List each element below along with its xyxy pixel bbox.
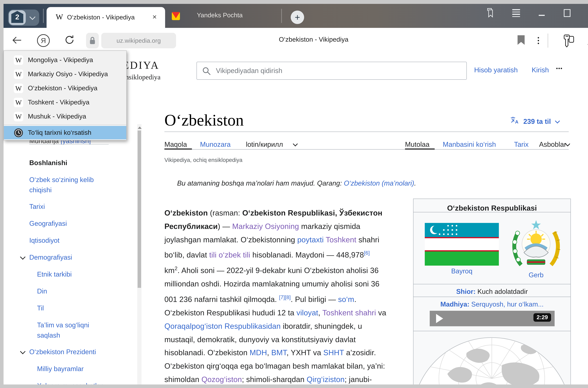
passwords-keys-icon[interactable] <box>561 33 576 49</box>
yandex-search-icon[interactable]: Я <box>37 34 50 47</box>
show-full-history-item[interactable]: To‘liq tarixni ko‘rsatish <box>4 126 126 139</box>
search-input[interactable]: Vikipediyadan qidirish <box>216 67 282 75</box>
toc-item-etnik[interactable]: Etnik tarkibi <box>37 269 72 279</box>
lock-icon <box>89 36 96 45</box>
tab-maqola[interactable]: Maqola <box>164 140 187 148</box>
history-item[interactable]: W O‘zbekiston - Vikipediya <box>4 81 126 95</box>
toc-item-demografiyasi[interactable]: Demografiyasi <box>29 252 72 263</box>
toc-item-tarixi[interactable]: Tarixi <box>29 201 45 212</box>
wikipedia-w-icon: W <box>56 12 63 22</box>
motto-row: Shior: Kuch adolatdadir <box>414 288 570 296</box>
minimize-icon[interactable] <box>539 15 545 16</box>
translate-icon: A <box>510 118 521 126</box>
tab-tarix[interactable]: Tarix <box>514 140 529 148</box>
flag-of-uzbekistan[interactable] <box>425 223 499 267</box>
history-item[interactable]: W Mongoliya - Vikipediya <box>4 53 126 67</box>
sidebar-scroll-thumb <box>138 130 141 288</box>
toc-item-din[interactable]: Din <box>37 286 47 296</box>
toc-item-ozbek-sozi[interactable]: O‘zbek so‘zining kelib chiqishi <box>29 175 110 195</box>
toc-item-prezidenti[interactable]: O‘zbekiston Prezidenti <box>29 347 96 357</box>
tab-title: O‘zbekiston - Vikipediya <box>67 14 151 21</box>
create-account-link[interactable]: Hisob yaratish <box>474 66 518 74</box>
site-subtitle: Vikipediya, ochiq ensiklopediya <box>164 157 243 163</box>
sidebar-scrollbar[interactable] <box>137 124 142 385</box>
dropdown-divider <box>4 124 126 125</box>
emblem-of-uzbekistan[interactable] <box>511 217 562 272</box>
emblem-caption-link[interactable]: Gerb <box>511 271 562 279</box>
active-tab-underline <box>164 148 192 149</box>
tabs-rule <box>164 149 569 149</box>
infobox: O‘zbekiston Respublikasi <box>413 199 571 385</box>
wikipedia-w-icon: W <box>14 98 23 107</box>
tab-munozara[interactable]: Munozara <box>200 140 231 148</box>
tabbar-divider-2 <box>281 9 282 23</box>
toc-item-xalqaro[interactable]: Xalqaro munosabatlar <box>37 381 103 385</box>
flag-caption-link[interactable]: Bayroq <box>425 267 499 275</box>
new-tab-button[interactable]: + <box>291 11 304 24</box>
tab-group-badge[interactable]: 2 <box>8 9 39 26</box>
toc-item-boshlanishi[interactable]: Boshlanishi <box>29 158 67 168</box>
tab-inactive[interactable]: Yandeks Pochta <box>197 12 243 19</box>
history-item[interactable]: W Mushuk - Vikipediya <box>4 109 126 123</box>
toc-item-milliy[interactable]: Milliy bayramlar <box>37 364 84 374</box>
back-button[interactable] <box>12 35 22 47</box>
motto-link[interactable]: Shior: <box>456 288 476 295</box>
site-security-badge[interactable] <box>86 33 99 48</box>
scroll-up-icon <box>138 126 142 129</box>
tabbar-divider <box>43 9 44 23</box>
menu-icon[interactable] <box>512 9 520 17</box>
toc-item-til[interactable]: Til <box>37 303 44 313</box>
wikipedia-w-icon: W <box>14 112 23 121</box>
search-box[interactable]: Vikipediyadan qidirish <box>196 62 467 80</box>
address-bar[interactable]: uz.wikipedia.org <box>101 33 176 48</box>
motto-text: Kuch adolatdadir <box>476 288 528 295</box>
toolbar-page-title: O‘zbekiston - Vikipediya <box>279 36 348 43</box>
search-icon <box>202 66 211 77</box>
anthem-label-link[interactable]: Madhiya: <box>441 300 469 308</box>
tab-mutolaa[interactable]: Mutolaa <box>405 140 429 148</box>
wikipedia-w-icon: W <box>14 70 23 79</box>
toc-item-talim[interactable]: Ta’lim va sog‘liqni saqlash <box>37 320 111 340</box>
reload-button[interactable] <box>64 34 75 47</box>
article-paragraph: O‘zbekiston (rasman: O‘zbekiston Respubl… <box>164 207 416 385</box>
wikipedia-w-icon: W <box>14 55 23 65</box>
audio-duration-badge: 2:29 <box>534 313 551 322</box>
svg-text:A: A <box>515 119 518 124</box>
hatnote: Bu atamaning boshqa ma’nolari ham mavjud… <box>177 179 416 187</box>
page-title: O‘zbekiston <box>164 111 244 129</box>
bookmarks-panel-icon[interactable] <box>486 8 495 19</box>
download-icon[interactable] <box>586 34 588 48</box>
chevron-down-icon <box>555 119 560 123</box>
chevron-down-icon[interactable] <box>29 14 36 20</box>
language-selector[interactable]: A 239 ta til <box>510 115 559 125</box>
wikipedia-w-icon: W <box>14 84 23 93</box>
kebab-menu-icon[interactable] <box>536 36 540 46</box>
toc-divider <box>29 144 109 145</box>
maximize-icon[interactable] <box>564 9 570 17</box>
active-view-underline <box>405 148 435 149</box>
toc-item-geografiyasi[interactable]: Geografiyasi <box>29 218 67 229</box>
history-item[interactable]: W Markaziy Osiyo - Vikipediya <box>4 67 126 81</box>
chevron-down-icon <box>293 142 298 146</box>
back-history-dropdown: W Mongoliya - Vikipediya W Markaziy Osiy… <box>3 50 127 140</box>
location-map-globe[interactable] <box>414 332 570 385</box>
toc-expand-icon[interactable] <box>20 349 25 354</box>
tab-asboblar[interactable]: Asboblar <box>539 140 566 148</box>
toolbar-divider <box>548 33 548 48</box>
login-link[interactable]: Kirish <box>532 66 549 74</box>
toc-item-iqtisodiyot[interactable]: Iqtisodiyot <box>29 235 59 245</box>
clock-icon <box>14 128 23 139</box>
tab-close-icon[interactable]: × <box>152 13 157 21</box>
toc-expand-icon[interactable] <box>20 254 25 260</box>
anthem-title-link[interactable]: Serquyosh, hur o‘lkam... <box>469 300 543 308</box>
tab-variant[interactable]: lotin/кирилл <box>246 140 283 148</box>
more-options-icon[interactable]: ••• <box>556 65 563 71</box>
language-count-label: 239 ta til <box>523 118 551 125</box>
audio-player[interactable]: 2:29 <box>430 311 555 326</box>
tab-manbasini[interactable]: Manbasini ko‘rish <box>443 140 496 148</box>
play-icon[interactable] <box>436 314 443 323</box>
history-item[interactable]: W Toshkent - Vikipediya <box>4 95 126 109</box>
title-rule <box>164 132 569 132</box>
yandex-mail-icon <box>172 12 180 20</box>
tab-active[interactable]: W O‘zbekiston - Vikipediya × <box>47 7 165 28</box>
